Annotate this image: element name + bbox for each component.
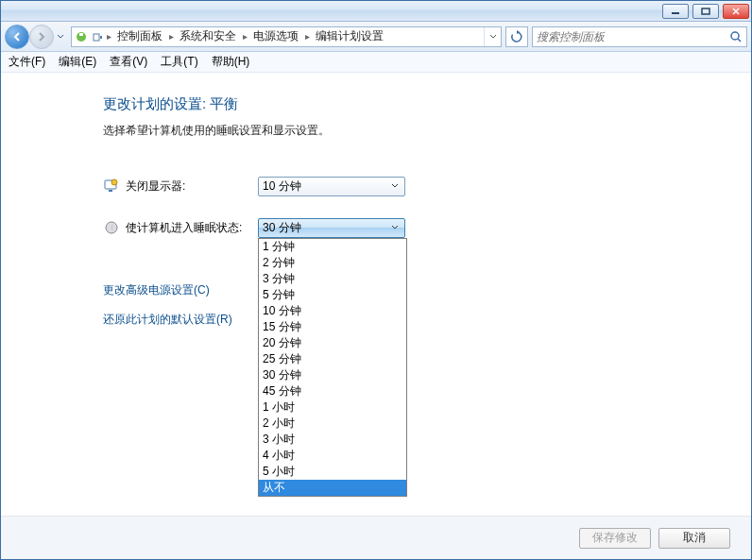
- chevron-right-icon[interactable]: ▸: [240, 31, 249, 42]
- option-45min[interactable]: 45 分钟: [259, 383, 406, 399]
- search-box[interactable]: [532, 26, 747, 47]
- sleep-value: 30 分钟: [263, 220, 301, 236]
- restore-defaults-link[interactable]: 还原此计划的默认设置(R): [103, 312, 751, 328]
- menu-tools[interactable]: 工具(T): [161, 54, 197, 70]
- svg-point-12: [111, 179, 117, 185]
- option-25min[interactable]: 25 分钟: [259, 351, 406, 367]
- control-panel-icon: [72, 30, 91, 43]
- svg-rect-0: [672, 12, 679, 14]
- chevron-down-icon: [387, 179, 402, 194]
- cancel-button[interactable]: 取消: [658, 528, 730, 549]
- option-3min[interactable]: 3 分钟: [259, 271, 406, 287]
- window-frame: ▸ 控制面板 ▸ 系统和安全 ▸ 电源选项 ▸ 编辑计划设置 文件(F) 编辑(…: [0, 0, 752, 560]
- nav-history-dropdown[interactable]: [54, 25, 67, 49]
- breadcrumb-power-options[interactable]: 电源选项: [249, 27, 302, 46]
- display-off-value: 10 分钟: [263, 178, 301, 195]
- option-2hr[interactable]: 2 小时: [259, 416, 406, 432]
- close-button[interactable]: [723, 4, 749, 19]
- svg-line-9: [738, 39, 741, 42]
- breadcrumb-edit-plan[interactable]: 编辑计划设置: [312, 27, 387, 46]
- breadcrumb-control-panel[interactable]: 控制面板: [113, 27, 166, 46]
- svg-point-8: [731, 32, 739, 40]
- links-block: 更改高级电源设置(C) 还原此计划的默认设置(R): [103, 282, 751, 328]
- titlebar: [1, 1, 751, 22]
- menu-file[interactable]: 文件(F): [9, 54, 45, 70]
- chevron-right-icon[interactable]: ▸: [104, 31, 113, 42]
- monitor-icon: [103, 178, 120, 195]
- chevron-right-icon[interactable]: ▸: [302, 31, 312, 42]
- chevron-down-icon: [387, 221, 402, 235]
- option-never[interactable]: 从不: [259, 480, 406, 496]
- setting-sleep: 使计算机进入睡眠状态: 30 分钟 1 分钟 2 分钟 3 分钟 5 分钟 10…: [103, 216, 751, 239]
- sleep-label: 使计算机进入睡眠状态:: [126, 220, 258, 236]
- search-input[interactable]: [533, 30, 726, 43]
- option-4hr[interactable]: 4 小时: [259, 448, 406, 464]
- option-1hr[interactable]: 1 小时: [259, 399, 406, 416]
- moon-icon: [103, 219, 120, 236]
- option-3hr[interactable]: 3 小时: [259, 432, 406, 448]
- menu-help[interactable]: 帮助(H): [212, 54, 250, 70]
- breadcrumb: ▸ 控制面板 ▸ 系统和安全 ▸ 电源选项 ▸ 编辑计划设置: [104, 27, 484, 46]
- option-5min[interactable]: 5 分钟: [259, 287, 406, 303]
- svg-rect-5: [79, 33, 83, 36]
- menu-bar: 文件(F) 编辑(E) 查看(V) 工具(T) 帮助(H): [1, 52, 751, 73]
- breadcrumb-system-security[interactable]: 系统和安全: [176, 27, 240, 46]
- power-icon: [91, 31, 104, 42]
- nav-toolbar: ▸ 控制面板 ▸ 系统和安全 ▸ 电源选项 ▸ 编辑计划设置: [1, 22, 751, 52]
- option-1min[interactable]: 1 分钟: [259, 239, 406, 255]
- save-button[interactable]: 保存修改: [579, 528, 651, 549]
- option-15min[interactable]: 15 分钟: [259, 319, 406, 335]
- sleep-select[interactable]: 30 分钟 1 分钟 2 分钟 3 分钟 5 分钟 10 分钟 15 分钟 20…: [258, 218, 405, 238]
- nav-back-forward: [5, 25, 67, 49]
- display-off-select[interactable]: 10 分钟: [258, 177, 405, 196]
- svg-rect-6: [94, 34, 99, 41]
- back-button[interactable]: [5, 25, 29, 49]
- page-subtitle: 选择希望计算机使用的睡眠设置和显示设置。: [103, 123, 751, 139]
- address-dropdown[interactable]: [484, 27, 501, 46]
- content-area: 更改计划的设置: 平衡 选择希望计算机使用的睡眠设置和显示设置。 关闭显示器: …: [1, 73, 751, 559]
- option-30min[interactable]: 30 分钟: [259, 367, 406, 383]
- setting-display-off: 关闭显示器: 10 分钟: [103, 175, 751, 197]
- svg-rect-7: [100, 36, 102, 39]
- forward-button[interactable]: [29, 25, 54, 49]
- address-bar[interactable]: ▸ 控制面板 ▸ 系统和安全 ▸ 电源选项 ▸ 编辑计划设置: [71, 26, 502, 47]
- option-5hr[interactable]: 5 小时: [259, 464, 406, 480]
- display-off-label: 关闭显示器:: [126, 178, 258, 195]
- page-title: 更改计划的设置: 平衡: [103, 95, 751, 113]
- chevron-right-icon[interactable]: ▸: [166, 31, 176, 42]
- refresh-button[interactable]: [505, 26, 528, 47]
- sleep-dropdown-list: 1 分钟 2 分钟 3 分钟 5 分钟 10 分钟 15 分钟 20 分钟 25…: [258, 238, 407, 497]
- svg-rect-1: [702, 8, 709, 14]
- option-2min[interactable]: 2 分钟: [259, 255, 406, 271]
- advanced-settings-link[interactable]: 更改高级电源设置(C): [103, 282, 751, 298]
- footer-bar: 保存修改 取消: [1, 516, 751, 559]
- menu-view[interactable]: 查看(V): [110, 54, 147, 70]
- search-icon[interactable]: [726, 30, 746, 43]
- svg-rect-11: [109, 190, 112, 192]
- menu-edit[interactable]: 编辑(E): [59, 54, 96, 70]
- maximize-button[interactable]: [692, 4, 719, 19]
- minimize-button[interactable]: [662, 4, 689, 19]
- option-20min[interactable]: 20 分钟: [259, 335, 406, 351]
- option-10min[interactable]: 10 分钟: [259, 303, 406, 319]
